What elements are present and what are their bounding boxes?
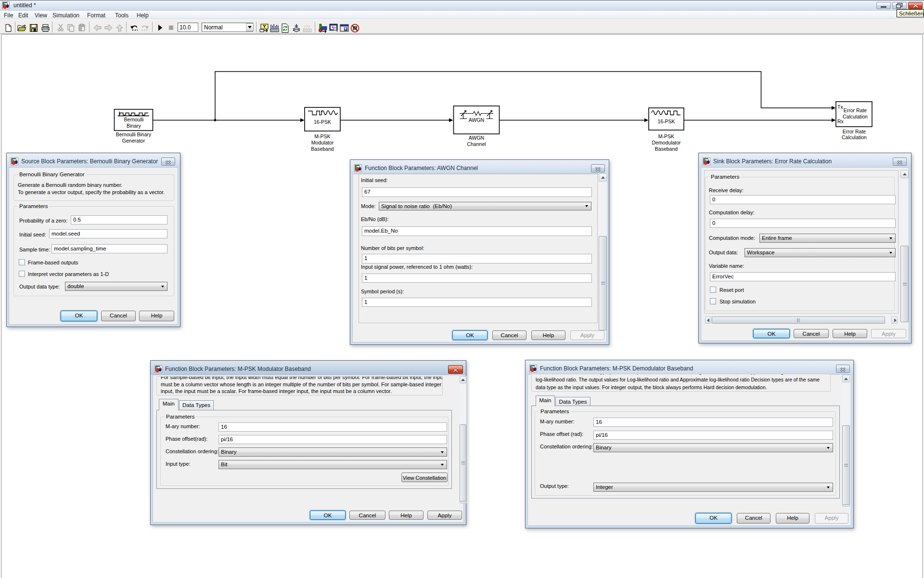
- svg-text:Bernoulli: Bernoulli: [124, 117, 144, 122]
- svg-text:Rx: Rx: [837, 118, 844, 124]
- svg-text:AWGN: AWGN: [469, 135, 484, 141]
- svg-text:Baseband: Baseband: [311, 146, 334, 152]
- svg-text:16-PSK: 16-PSK: [657, 118, 675, 124]
- svg-text:Modulator: Modulator: [311, 140, 334, 145]
- svg-text:Channel: Channel: [467, 141, 486, 147]
- svg-text:Tx: Tx: [837, 104, 843, 110]
- svg-text:Error Rate: Error Rate: [843, 129, 866, 134]
- svg-text:16-PSK: 16-PSK: [314, 119, 331, 125]
- svg-text:Baseband: Baseband: [655, 146, 678, 152]
- svg-text:Demodulator: Demodulator: [652, 140, 681, 145]
- svg-text:Binary: Binary: [127, 123, 141, 129]
- svg-text:Bernoulli Binary: Bernoulli Binary: [116, 131, 152, 137]
- svg-text:Generator: Generator: [122, 138, 145, 144]
- svg-text:AWGN: AWGN: [469, 117, 484, 123]
- svg-text:Calculation: Calculation: [843, 114, 868, 119]
- svg-text:Error Rate: Error Rate: [844, 107, 867, 113]
- svg-text:Calculation: Calculation: [842, 134, 867, 140]
- svg-text:M-PSK: M-PSK: [314, 133, 330, 139]
- svg-text:M-PSK: M-PSK: [658, 133, 674, 139]
